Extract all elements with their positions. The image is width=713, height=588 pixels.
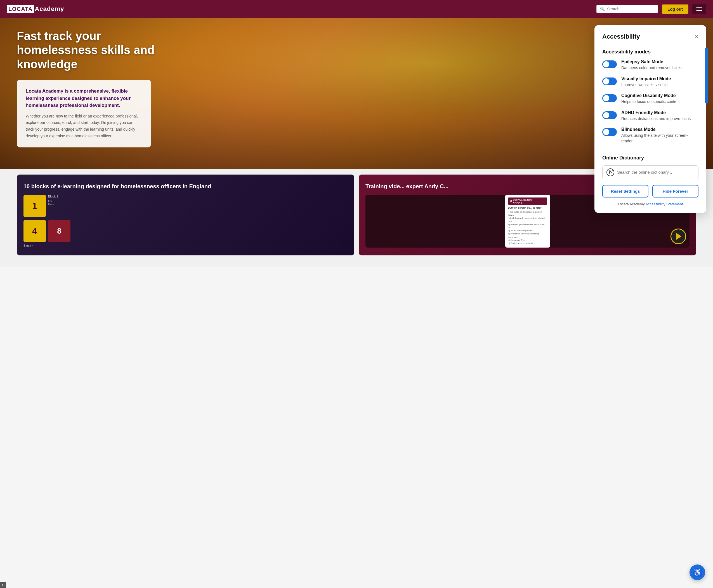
hero-title: Fast track your homelessness skills and … [17,29,185,71]
accessibility-statement-link[interactable]: Accessibility Statement [646,202,683,206]
adhd-toggle-wrap[interactable] [602,111,617,119]
menu-line-1 [696,7,703,7]
panel-divider-top [602,44,698,44]
logo-brand: LOCATA [7,5,34,13]
dictionary-search-box[interactable]: W [602,165,698,179]
panel-actions: Reset Settings Hide Forever [602,185,698,197]
blindness-info: Blindness Mode Allows using the site wit… [621,127,698,144]
reset-settings-button[interactable]: Reset Settings [602,185,648,197]
visually-impaired-toggle[interactable] [602,78,617,85]
modes-heading: Accessibility modes [602,49,698,55]
epilepsy-toggle-wrap[interactable] [602,60,617,68]
block-tile-8: 8 [48,220,70,242]
blindness-desc: Allows using the site with your screen-r… [621,133,698,144]
blindness-name: Blindness Mode [621,127,698,132]
adhd-desc: Reduces distractions and improve focus [621,116,691,122]
adhd-info: ADHD Friendly Mode Reduces distractions … [621,110,691,122]
block-1-sublabel: Intr...Hom... [48,200,58,206]
panel-footer: Locata Academy Accessibility Statement [602,202,698,206]
cognitive-toggle-wrap[interactable] [602,94,617,102]
menu-line-2 [696,9,703,9]
blindness-toggle-wrap[interactable] [602,128,617,136]
visually-impaired-info: Visually Impaired Mode Improves website'… [621,76,671,88]
elearning-card: 10 blocks of e-learning designed for hom… [17,174,354,255]
hero-card-text: Whether you are new to the field or an e… [26,113,142,140]
epilepsy-info: Epilepsy Safe Mode Dampens color and rem… [621,59,683,71]
hero-card-title: Locata Academy is a comprehensive, flexi… [26,88,142,109]
panel-scrollbar [705,47,708,104]
block-1-label: Block 1 [48,195,58,198]
logo: LOCATA Academy [7,5,64,13]
mode-row-cognitive: Cognitive Disability Mode Helps to focus… [602,93,698,105]
block-4-label: Block 4 [23,244,348,247]
menu-button[interactable] [692,4,706,14]
cognitive-slider [602,94,617,102]
cognitive-name: Cognitive Disability Mode [621,93,680,98]
mode-row-adhd: ADHD Friendly Mode Reduces distractions … [602,110,698,122]
footer-text: Locata Academy [618,202,645,206]
adhd-slider [602,111,617,119]
dictionary-section: Online Dictionary W [602,155,698,179]
blindness-toggle[interactable] [602,128,617,136]
cognitive-desc: Helps to focus on specific content [621,99,680,105]
hero-card: Locata Academy is a comprehensive, flexi… [17,80,151,147]
logout-button[interactable]: Log out [662,4,688,14]
mode-row-epilepsy: Epilepsy Safe Mode Dampens color and rem… [602,59,698,71]
hero-content: Fast track your homelessness skills and … [17,29,185,147]
play-button[interactable] [670,229,686,244]
panel-title: Accessibility [602,33,640,40]
mode-row-blindness: Blindness Mode Allows using the site wit… [602,127,698,144]
visually-impaired-slider [602,78,617,85]
blindness-slider [602,128,617,136]
search-icon: 🔍 [600,7,605,11]
menu-line-3 [696,10,703,11]
header: LOCATA Academy 🔍 Log out [0,0,713,18]
visually-impaired-name: Visually Impaired Mode [621,76,671,81]
dictionary-heading: Online Dictionary [602,155,698,161]
epilepsy-desc: Dampens color and removes blinks [621,65,683,71]
visually-impaired-desc: Improves website's visuals [621,82,671,88]
accessibility-panel: Accessibility × Accessibility modes Epil… [595,25,706,213]
adhd-toggle[interactable] [602,111,617,119]
elearning-card-title: 10 blocks of e-learning designed for hom… [23,182,348,190]
logo-sub: Academy [35,5,64,13]
visually-impaired-toggle-wrap[interactable] [602,78,617,85]
cognitive-toggle[interactable] [602,94,617,102]
mode-row-visually-impaired: Visually Impaired Mode Improves website'… [602,76,698,88]
header-right: 🔍 Log out [597,4,706,14]
search-box[interactable]: 🔍 [597,5,658,13]
adhd-name: ADHD Friendly Mode [621,110,691,115]
epilepsy-toggle[interactable] [602,60,617,68]
panel-divider-mid [602,150,698,150]
epilepsy-slider [602,60,617,68]
panel-close-button[interactable]: × [695,34,698,40]
panel-header: Accessibility × [602,33,698,40]
search-input[interactable] [607,7,654,11]
blocks-visual: 1 Block 1 Intr...Hom... [23,195,348,217]
block-tile-4: 4 [23,220,46,242]
play-icon [676,233,682,240]
wikipedia-icon: W [606,168,614,176]
epilepsy-name: Epilepsy Safe Mode [621,59,683,64]
block-tile-1: 1 [23,195,46,217]
hide-forever-button[interactable]: Hide Forever [652,185,698,197]
dictionary-search-input[interactable] [617,170,694,174]
cognitive-info: Cognitive Disability Mode Helps to focus… [621,93,680,105]
